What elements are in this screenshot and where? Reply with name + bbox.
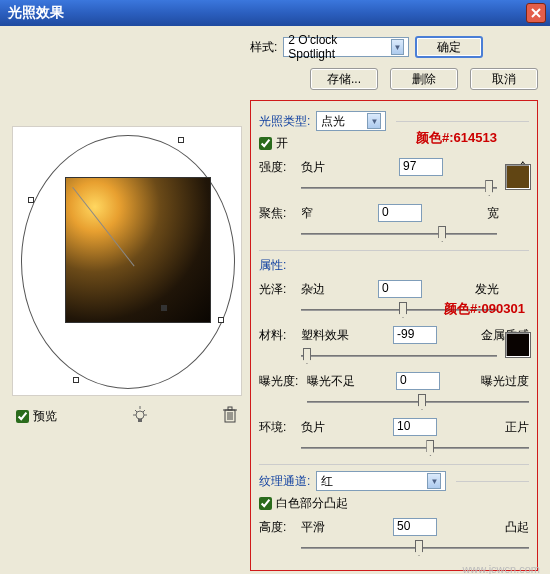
gloss-right: 发光: [475, 281, 499, 298]
style-label: 样式:: [250, 39, 277, 56]
light-type-value: 点光: [321, 113, 345, 130]
preview-canvas[interactable]: [12, 126, 242, 396]
light-color-swatch[interactable]: [505, 164, 531, 190]
focus-left: 窄: [301, 205, 313, 222]
lightbulb-icon[interactable]: [130, 404, 150, 428]
material-left: 塑料效果: [301, 327, 349, 344]
chevron-down-icon: ▼: [427, 473, 441, 489]
intensity-input[interactable]: 97: [399, 158, 443, 176]
exposure-left: 曝光不足: [307, 373, 355, 390]
svg-rect-6: [138, 419, 142, 422]
light-on-label: 开: [276, 135, 288, 152]
material-slider[interactable]: [301, 346, 497, 366]
close-icon: [531, 8, 541, 18]
focus-slider[interactable]: [301, 224, 497, 244]
height-slider[interactable]: [301, 538, 529, 558]
intensity-label: 强度:: [259, 159, 295, 176]
ok-button[interactable]: 确定: [415, 36, 483, 58]
svg-line-5: [143, 410, 145, 412]
focus-label: 聚焦:: [259, 205, 295, 222]
intensity-left: 负片: [301, 159, 325, 176]
color-annotation-2: 颜色#:090301: [444, 300, 525, 318]
ambience-right: 正片: [505, 419, 529, 436]
exposure-slider[interactable]: [307, 392, 529, 412]
style-select[interactable]: 2 O'clock Spotlight ▼: [283, 37, 409, 57]
height-right: 凸起: [505, 519, 529, 536]
color-annotation-1: 颜色#:614513: [416, 129, 497, 147]
cancel-button[interactable]: 取消: [470, 68, 538, 90]
close-button[interactable]: [526, 3, 546, 23]
save-button[interactable]: 存储...: [310, 68, 378, 90]
texture-channel-select[interactable]: 红 ▼: [316, 471, 446, 491]
ambience-label: 环境:: [259, 419, 295, 436]
gloss-left: 杂边: [301, 281, 325, 298]
window-title: 光照效果: [4, 4, 64, 22]
focus-input[interactable]: 0: [378, 204, 422, 222]
trash-icon[interactable]: [222, 406, 238, 427]
focus-right: 宽: [487, 205, 499, 222]
ambient-color-swatch[interactable]: [505, 332, 531, 358]
height-input[interactable]: 50: [393, 518, 437, 536]
watermark: www.jcwcn.com: [462, 563, 540, 574]
texture-channel-value: 红: [321, 473, 333, 490]
ambience-input[interactable]: 10: [393, 418, 437, 436]
gloss-input[interactable]: 0: [378, 280, 422, 298]
intensity-slider[interactable]: [301, 178, 497, 198]
svg-rect-9: [228, 407, 232, 410]
texture-channel-label: 纹理通道:: [259, 473, 310, 490]
light-type-select[interactable]: 点光 ▼: [316, 111, 386, 131]
light-on-checkbox[interactable]: 开: [259, 135, 288, 152]
gloss-label: 光泽:: [259, 281, 295, 298]
properties-label: 属性:: [259, 257, 529, 274]
white-high-label: 白色部分凸起: [276, 495, 348, 512]
material-input[interactable]: -99: [393, 326, 437, 344]
exposure-input[interactable]: 0: [396, 372, 440, 390]
ambience-left: 负片: [301, 419, 325, 436]
height-label: 高度:: [259, 519, 295, 536]
white-high-checkbox[interactable]: 白色部分凸起: [259, 495, 348, 512]
chevron-down-icon: ▼: [367, 113, 381, 129]
material-label: 材料:: [259, 327, 295, 344]
chevron-down-icon: ▼: [391, 39, 405, 55]
exposure-label: 曝光度:: [259, 373, 301, 390]
light-type-label: 光照类型:: [259, 113, 310, 130]
style-select-value: 2 O'clock Spotlight: [288, 33, 384, 61]
preview-checkbox-label: 预览: [33, 408, 57, 425]
delete-button[interactable]: 删除: [390, 68, 458, 90]
ambience-slider[interactable]: [301, 438, 529, 458]
svg-point-0: [136, 411, 144, 419]
exposure-right: 曝光过度: [481, 373, 529, 390]
height-left: 平滑: [301, 519, 325, 536]
preview-checkbox[interactable]: 预览: [16, 408, 57, 425]
svg-line-4: [135, 410, 137, 412]
